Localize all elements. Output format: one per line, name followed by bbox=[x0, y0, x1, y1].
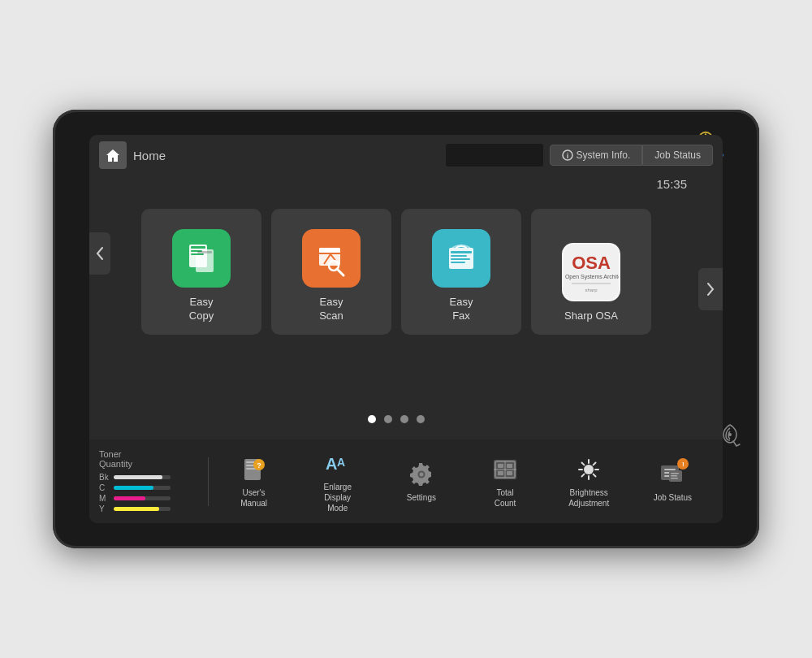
svg-rect-39 bbox=[498, 471, 503, 475]
total-count-button[interactable]: TotalCount bbox=[479, 446, 531, 517]
easy-copy-label: EasyCopy bbox=[189, 296, 214, 323]
easy-fax-icon bbox=[432, 229, 490, 288]
job-status-header-button[interactable]: Job Status bbox=[642, 145, 713, 166]
total-count-icon bbox=[490, 455, 520, 484]
svg-rect-6 bbox=[191, 246, 205, 249]
svg-rect-59 bbox=[671, 478, 678, 479]
header-bar: Home i System Info. Job Status bbox=[89, 135, 723, 175]
app-tile-sharp-osa[interactable]: OSA Sharp Open Systems Architecture shar… bbox=[531, 209, 651, 335]
toner-section: TonerQuantity Bk C M bbox=[99, 449, 197, 513]
pagination-dot-1[interactable] bbox=[368, 415, 376, 423]
users-manual-label: User'sManual bbox=[240, 487, 267, 509]
svg-text:i: i bbox=[566, 152, 568, 160]
toner-bar-m bbox=[114, 496, 145, 500]
toner-key-c: C bbox=[99, 483, 109, 492]
toner-row-bk: Bk bbox=[99, 473, 197, 482]
svg-line-50 bbox=[594, 462, 596, 465]
pagination-dot-4[interactable] bbox=[417, 415, 425, 423]
svg-rect-9 bbox=[197, 251, 212, 253]
svg-rect-11 bbox=[319, 248, 340, 253]
settings-button[interactable]: Settings bbox=[395, 446, 447, 517]
job-status-bottom-button[interactable]: ! Job Status bbox=[646, 446, 698, 517]
time-display: 15:35 bbox=[656, 177, 687, 191]
settings-icon bbox=[407, 460, 436, 489]
total-count-label: TotalCount bbox=[495, 487, 516, 509]
bottom-divider bbox=[208, 457, 209, 506]
enlarge-display-icon: A A bbox=[323, 449, 352, 478]
bottom-bar: TonerQuantity Bk C M bbox=[89, 439, 723, 523]
svg-text:?: ? bbox=[257, 461, 261, 470]
pagination-dots bbox=[102, 410, 690, 431]
toner-row-c: C bbox=[99, 483, 197, 492]
easy-scan-label: EasyScan bbox=[319, 296, 343, 323]
brightness-button[interactable]: BrightnessAdjustment bbox=[563, 446, 615, 517]
toner-label: TonerQuantity bbox=[99, 449, 197, 469]
easy-copy-icon bbox=[172, 229, 231, 288]
nav-back-button[interactable] bbox=[89, 232, 110, 275]
svg-point-34 bbox=[419, 473, 423, 477]
svg-rect-37 bbox=[498, 464, 503, 468]
pagination-dot-3[interactable] bbox=[400, 415, 408, 423]
header-spacer bbox=[446, 144, 543, 167]
svg-line-51 bbox=[582, 474, 585, 476]
svg-rect-53 bbox=[664, 469, 676, 470]
device-body: Home i System Info. Job Status 15:35 bbox=[53, 110, 759, 548]
home-label: Home bbox=[133, 149, 439, 162]
svg-text:Sharp Open Systems Architectur: Sharp Open Systems Architecture bbox=[564, 274, 619, 280]
toner-bar-bk bbox=[114, 475, 162, 479]
toner-bar-bk-wrap bbox=[114, 475, 171, 479]
app-tile-easy-copy[interactable]: EasyCopy bbox=[141, 209, 261, 335]
svg-rect-8 bbox=[191, 253, 204, 255]
users-manual-button[interactable]: ? User'sManual bbox=[228, 446, 280, 517]
svg-rect-18 bbox=[451, 262, 465, 263]
svg-rect-38 bbox=[507, 464, 512, 468]
sharp-osa-icon: OSA Sharp Open Systems Architecture shar… bbox=[562, 243, 620, 301]
screen: Home i System Info. Job Status 15:35 bbox=[89, 135, 723, 523]
app-tile-easy-fax[interactable]: EasyFax bbox=[401, 209, 521, 335]
enlarge-display-label: EnlargeDisplayMode bbox=[324, 482, 352, 513]
toner-row-m: M bbox=[99, 494, 197, 503]
pagination-dot-2[interactable] bbox=[384, 415, 392, 423]
job-status-badge: ! bbox=[677, 458, 689, 470]
system-info-button[interactable]: i System Info. bbox=[550, 145, 643, 166]
svg-text:A: A bbox=[337, 456, 345, 469]
svg-point-60 bbox=[728, 433, 732, 436]
svg-rect-16 bbox=[451, 255, 467, 257]
toner-row-y: Y bbox=[99, 504, 197, 513]
settings-label: Settings bbox=[407, 492, 436, 503]
toner-bar-c-wrap bbox=[114, 486, 171, 490]
svg-point-43 bbox=[584, 465, 594, 474]
toner-bar-y bbox=[114, 507, 159, 511]
bottom-actions: ? User'sManual A A EnlargeDisplayMode bbox=[214, 446, 713, 517]
sharp-osa-label: Sharp OSA bbox=[564, 310, 618, 323]
enlarge-display-button[interactable]: A A EnlargeDisplayMode bbox=[312, 446, 364, 517]
job-status-bottom-label: Job Status bbox=[654, 492, 692, 503]
users-manual-icon: ? bbox=[240, 455, 269, 484]
time-bar: 15:35 bbox=[89, 175, 723, 193]
svg-rect-40 bbox=[507, 471, 512, 475]
easy-fax-label: EasyFax bbox=[450, 296, 473, 323]
toner-bar-m-wrap bbox=[114, 496, 171, 500]
svg-text:A: A bbox=[326, 455, 337, 473]
svg-rect-15 bbox=[451, 251, 472, 253]
app-tile-easy-scan[interactable]: EasyScan bbox=[271, 209, 391, 335]
home-button[interactable] bbox=[99, 141, 127, 169]
apps-grid: EasyCopy EasyScan bbox=[102, 201, 690, 410]
svg-line-48 bbox=[582, 462, 585, 465]
toner-key-bk: Bk bbox=[99, 473, 109, 482]
svg-rect-58 bbox=[671, 475, 677, 477]
header-buttons: i System Info. Job Status bbox=[550, 145, 713, 166]
svg-rect-57 bbox=[671, 473, 679, 474]
main-content: EasyCopy EasyScan bbox=[89, 193, 723, 439]
brightness-icon bbox=[574, 455, 603, 484]
toner-bar-y-wrap bbox=[114, 507, 171, 511]
job-status-bottom-icon: ! bbox=[658, 460, 687, 489]
toner-key-y: Y bbox=[99, 504, 109, 513]
svg-text:sharp: sharp bbox=[585, 288, 598, 292]
easy-scan-icon bbox=[302, 229, 361, 288]
toner-bar-c bbox=[114, 486, 153, 490]
nav-forward-button[interactable] bbox=[698, 268, 723, 310]
toner-key-m: M bbox=[99, 494, 109, 503]
svg-rect-17 bbox=[451, 258, 470, 260]
svg-text:OSA: OSA bbox=[572, 253, 611, 273]
